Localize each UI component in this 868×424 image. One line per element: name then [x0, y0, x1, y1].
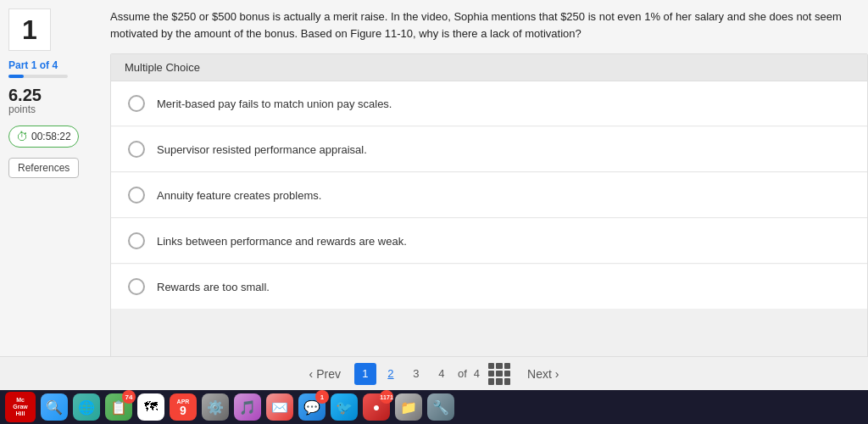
option-c-text: Annuity feature creates problems. [157, 189, 321, 202]
radio-e[interactable] [128, 278, 145, 295]
radio-c[interactable] [128, 187, 145, 204]
chat-icon: ● [373, 400, 380, 414]
messages-badge: 1 [315, 390, 329, 404]
answer-options: Merit-based pay fails to match union pay… [111, 81, 867, 309]
references-button[interactable]: References [8, 158, 79, 178]
option-e-text: Rewards are too small. [157, 281, 270, 293]
grid-cell [488, 378, 494, 384]
taskbar-app-calendar[interactable]: APR 9 [170, 393, 197, 421]
progress-bar-fill [8, 75, 24, 78]
option-a-text: Merit-based pay fails to match union pay… [157, 98, 392, 110]
taskbar-app-browser[interactable]: 🌐 [73, 393, 100, 421]
files-icon: 📁 [400, 399, 417, 416]
grid-cell [496, 378, 502, 384]
social-icon: 🐦 [336, 399, 353, 416]
taskbar-app-mail[interactable]: ✉️ [266, 393, 293, 421]
timer-value: 00:58:22 [31, 131, 71, 142]
option-c[interactable]: Annuity feature creates problems. [111, 173, 867, 218]
taskbar-app-maps[interactable]: 🗺 [137, 393, 164, 421]
option-a[interactable]: Merit-based pay fails to match union pay… [111, 81, 867, 126]
system-icon: ⚙️ [207, 399, 224, 416]
option-e[interactable]: Rewards are too small. [111, 265, 867, 309]
points-label: points [8, 103, 36, 115]
taskbar-app-messages[interactable]: 💬 1 [298, 393, 326, 421]
taskbar-app-files[interactable]: 📁 [395, 393, 422, 421]
of-label: of [458, 367, 467, 380]
question-text: Assume the $250 or $500 bonus is actuall… [110, 8, 868, 42]
radio-a[interactable] [128, 95, 145, 112]
sidebar: 1 Part 1 of 4 6.25 points ⏱ 00:58:22 Ref… [0, 0, 110, 390]
finder-icon: 🔍 [46, 399, 63, 416]
taskbar-app-music[interactable]: 🎵 [234, 393, 261, 421]
prev-label: Prev [316, 367, 341, 381]
page-numbers: 1 2 3 4 [354, 363, 453, 385]
taskbar: McGrawHill 🔍 🌐 📋 74 🗺 APR 9 ⚙️ 🎵 ✉️ 💬 1 … [0, 390, 868, 424]
bottom-nav: ‹ Prev 1 2 3 4 of 4 Next › [0, 356, 868, 390]
browser-icon: 🌐 [78, 399, 95, 416]
grid-cell [496, 363, 502, 369]
option-d-text: Links between performance and rewards ar… [157, 235, 407, 248]
mail-icon: ✉️ [271, 399, 288, 416]
page-2[interactable]: 2 [380, 363, 402, 385]
next-label: Next [527, 367, 552, 381]
chat-badge: 1171 [380, 390, 393, 404]
grid-cell [496, 371, 502, 377]
option-b-text: Supervisor resisted performance appraisa… [157, 143, 367, 156]
next-button[interactable]: Next › [517, 362, 569, 386]
page-3[interactable]: 3 [405, 363, 427, 385]
taskbar-app-chat[interactable]: ● 1171 [363, 393, 390, 421]
grid-cell [488, 371, 494, 377]
timer: ⏱ 00:58:22 [8, 126, 79, 148]
timer-icon: ⏱ [16, 130, 28, 143]
radio-b[interactable] [128, 141, 145, 158]
grid-cell [504, 378, 510, 384]
taskbar-app-system[interactable]: ⚙️ [202, 393, 229, 421]
taskbar-app-settings[interactable]: 🔧 [427, 393, 454, 421]
mcgraw-hill-logo[interactable]: McGrawHill [5, 392, 36, 422]
prev-button[interactable]: ‹ Prev [298, 362, 350, 386]
content-area: Assume the $250 or $500 bonus is actuall… [110, 0, 868, 390]
grid-icon[interactable] [488, 363, 510, 385]
maps-icon: 🗺 [144, 399, 158, 415]
grid-cell [504, 371, 510, 377]
page-4[interactable]: 4 [431, 363, 453, 385]
taskbar-app-notifications[interactable]: 📋 74 [105, 393, 132, 421]
total-pages: 4 [474, 367, 480, 380]
page-1[interactable]: 1 [354, 363, 376, 385]
grid-cell [504, 363, 510, 369]
question-number: 1 [8, 8, 51, 51]
question-type-label: Multiple Choice [111, 54, 867, 81]
progress-bar [8, 75, 68, 78]
part-indicator: Part 1 of 4 [8, 59, 58, 71]
option-b[interactable]: Supervisor resisted performance appraisa… [111, 127, 867, 172]
notification-badge: 74 [122, 390, 136, 404]
taskbar-app-social[interactable]: 🐦 [331, 393, 358, 421]
grid-cell [488, 363, 494, 369]
points-value: 6.25 [8, 86, 42, 103]
prev-arrow-icon: ‹ [309, 367, 313, 381]
question-panel: Multiple Choice Merit-based pay fails to… [110, 53, 868, 390]
option-d[interactable]: Links between performance and rewards ar… [111, 219, 867, 264]
next-arrow-icon: › [555, 367, 559, 381]
taskbar-app-finder[interactable]: 🔍 [41, 393, 68, 421]
radio-d[interactable] [128, 232, 145, 249]
settings-icon: 🔧 [432, 399, 449, 416]
music-icon: 🎵 [239, 399, 256, 416]
mcgraw-logo-text: McGrawHill [13, 397, 28, 416]
